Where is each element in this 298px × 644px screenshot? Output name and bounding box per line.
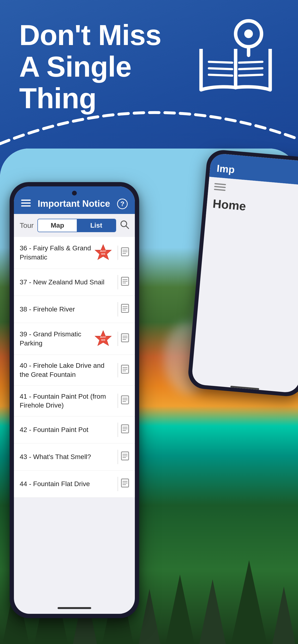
list-item-text: 36 - Fairy Falls & Grand Prismatic xyxy=(20,244,94,262)
divider-line xyxy=(117,394,118,408)
list-item-text: 41 - Fountain Paint Pot (from Firehole D… xyxy=(20,392,115,410)
phone2-body: Home xyxy=(206,177,298,225)
svg-text:MUST: MUST xyxy=(100,250,106,252)
svg-marker-32 xyxy=(95,331,111,346)
must-see-badge: MUST SEE xyxy=(94,243,113,262)
doc-icon[interactable] xyxy=(121,247,129,258)
doc-icon[interactable] xyxy=(121,395,129,406)
list-items: 36 - Fairy Falls & Grand Prismatic MUST … xyxy=(14,237,135,498)
svg-text:SEE: SEE xyxy=(101,339,105,341)
divider-line xyxy=(117,477,118,491)
divider-line xyxy=(117,332,118,346)
phone2-home-label: Home xyxy=(212,197,298,219)
doc-icon[interactable] xyxy=(121,478,129,490)
map-toggle-btn[interactable]: Map xyxy=(38,219,77,232)
list-item[interactable]: 42 - Fountain Paint Pot xyxy=(14,416,135,444)
doc-icon[interactable] xyxy=(121,365,129,376)
svg-text:SEE: SEE xyxy=(101,253,105,255)
tour-bar: Tour Map List xyxy=(14,214,135,237)
tree-7 xyxy=(199,579,226,644)
home-indicator xyxy=(58,607,91,609)
svg-marker-16 xyxy=(95,245,111,260)
tree-8 xyxy=(231,560,267,644)
phone-main-screen: Important Notice ? Tour Map List xyxy=(14,186,135,614)
divider-line xyxy=(117,275,118,290)
doc-icon[interactable] xyxy=(121,424,129,435)
svg-rect-11 xyxy=(21,202,31,204)
list-item[interactable]: 36 - Fairy Falls & Grand Prismatic MUST … xyxy=(14,237,135,269)
list-item-text: 43 - What's That Smell? xyxy=(20,452,115,462)
tree-9 xyxy=(272,586,295,644)
svg-rect-10 xyxy=(21,200,31,201)
doc-icon[interactable] xyxy=(121,304,129,315)
tour-label: Tour xyxy=(20,222,34,230)
phone-main: Important Notice ? Tour Map List xyxy=(10,182,139,618)
svg-text:MUST: MUST xyxy=(100,336,106,338)
help-icon[interactable]: ? xyxy=(117,198,128,209)
phone2-title-partial: Imp xyxy=(216,163,235,176)
phone2-home-indicator xyxy=(230,386,259,390)
list-item-text: 42 - Fountain Paint Pot xyxy=(20,425,115,434)
list-item[interactable]: 39 - Grand Prismatic Parking MUST SEE xyxy=(14,323,135,355)
divider-line xyxy=(117,302,118,316)
list-item-text: 39 - Grand Prismatic Parking xyxy=(20,330,94,348)
list-item-text: 40 - Firehole Lake Drive and the Great F… xyxy=(20,361,115,379)
divider-line xyxy=(117,246,118,260)
doc-icon[interactable] xyxy=(121,333,129,344)
toggle-group: Map List xyxy=(37,219,116,232)
list-item[interactable]: 38 - Firehole River xyxy=(14,296,135,323)
tree-6 xyxy=(166,574,194,644)
divider-line xyxy=(117,422,118,437)
must-see-badge: MUST SEE xyxy=(94,329,113,348)
phone-main-outer: Important Notice ? Tour Map List xyxy=(10,182,139,618)
svg-line-14 xyxy=(126,226,129,228)
phone2-hamburger[interactable] xyxy=(214,183,298,198)
camera-notch xyxy=(72,191,77,196)
svg-rect-12 xyxy=(21,205,31,206)
hamburger-menu-icon[interactable] xyxy=(21,200,31,208)
list-item[interactable]: 37 - New Zealand Mud Snail xyxy=(14,269,135,296)
doc-icon[interactable] xyxy=(121,277,129,288)
list-item[interactable]: 44 - Fountain Flat Drive xyxy=(14,470,135,498)
list-item-text: 37 - New Zealand Mud Snail xyxy=(20,278,115,287)
list-item[interactable]: 43 - What's That Smell? xyxy=(14,444,135,470)
divider-line xyxy=(117,363,118,377)
phone-secondary-screen: Imp Home xyxy=(191,153,298,393)
tree-5 xyxy=(139,589,160,644)
app-title: Important Notice xyxy=(38,198,110,209)
list-item[interactable]: 41 - Fountain Paint Pot (from Firehole D… xyxy=(14,386,135,417)
headline: Don't Miss A Single Thing xyxy=(19,19,187,114)
list-item-text: 44 - Fountain Flat Drive xyxy=(20,480,115,488)
divider-line xyxy=(117,450,118,464)
list-item[interactable]: 40 - Firehole Lake Drive and the Great F… xyxy=(14,355,135,386)
doc-icon[interactable] xyxy=(121,452,129,462)
search-button[interactable] xyxy=(120,220,129,231)
list-item-text: 38 - Firehole River xyxy=(20,305,115,314)
list-toggle-btn[interactable]: List xyxy=(77,219,116,232)
